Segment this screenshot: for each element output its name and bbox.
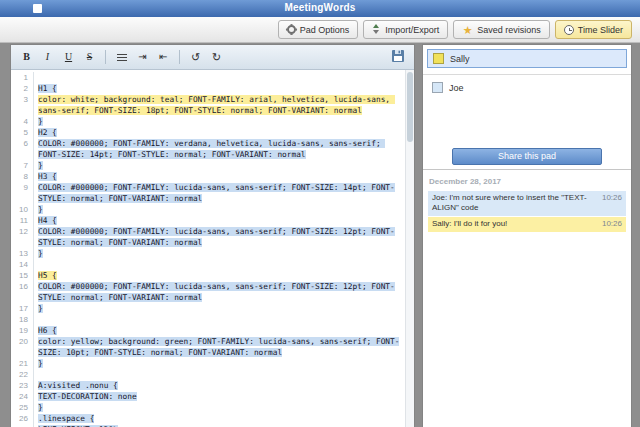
editor-line[interactable]: 12COLOR: #000000; FONT-FAMILY: lucida-sa… <box>11 226 414 248</box>
line-text: } <box>34 116 414 127</box>
user-name: Sally <box>450 54 470 64</box>
strikethrough-button[interactable]: S <box>80 48 99 66</box>
bullet-list-icon <box>117 54 127 61</box>
editor-line[interactable]: 21} <box>11 358 414 369</box>
line-text: } <box>34 358 414 369</box>
line-text: } <box>34 248 414 259</box>
editor-line[interactable]: 13} <box>11 248 414 259</box>
authored-text: } <box>38 205 43 214</box>
editor-line[interactable]: 24TEXT-DECORATION: none <box>11 391 414 402</box>
menu-button-time-slider[interactable]: Time Slider <box>555 20 632 39</box>
editor-line[interactable]: 7} <box>11 160 414 171</box>
chat-timestamp: 10:26 <box>602 219 622 229</box>
underline-button[interactable]: U <box>59 48 78 66</box>
editor-line[interactable]: 5H2 { <box>11 127 414 138</box>
editor-line[interactable]: 20color: yellow; background: green; FONT… <box>11 336 414 358</box>
line-number: 4 <box>11 116 34 127</box>
editor-line[interactable]: 26.linespace { <box>11 413 414 424</box>
bold-button[interactable]: B <box>17 48 36 66</box>
editor-line[interactable]: 1 <box>11 72 414 83</box>
line-number: 22 <box>11 369 34 380</box>
editor-body[interactable]: 12H1 {3color: white; background: teal; F… <box>11 70 414 427</box>
line-text: TEXT-DECORATION: none <box>34 391 414 402</box>
line-text: COLOR: #000000; FONT-FAMILY: lucida-sans… <box>34 226 414 248</box>
toolbar-separator <box>179 50 180 64</box>
line-number: 1 <box>11 72 34 83</box>
chat-text: Sally: I'll do it for you! <box>432 219 507 228</box>
line-text <box>34 314 414 325</box>
editor-line[interactable]: 16COLOR: #000000; FONT-FAMILY: lucida-sa… <box>11 281 414 303</box>
strikethrough-icon: S <box>87 52 93 62</box>
line-number: 11 <box>11 215 34 226</box>
share-pad-button[interactable]: Share this pad <box>452 148 602 165</box>
line-number: 18 <box>11 314 34 325</box>
share-row: Share this pad <box>423 141 631 169</box>
line-number: 24 <box>11 391 34 402</box>
undo-button[interactable]: ↺ <box>186 48 205 66</box>
editor-line[interactable]: 23A:visited .nonu { <box>11 380 414 391</box>
authored-text: } <box>38 161 43 170</box>
line-number: 2 <box>11 83 34 94</box>
authored-text: color: white; background: teal; FONT-FAM… <box>38 95 395 115</box>
authored-text: } <box>38 304 43 313</box>
editor-scrollbar[interactable] <box>405 70 414 427</box>
line-number: 8 <box>11 171 34 182</box>
line-number: 9 <box>11 182 34 204</box>
editor-line[interactable]: 9COLOR: #000000; FONT-FAMILY: lucida-san… <box>11 182 414 204</box>
authored-text: H2 { <box>38 128 57 137</box>
line-text: COLOR: #000000; FONT-FAMILY: verdana, he… <box>34 138 414 160</box>
line-number: 10 <box>11 204 34 215</box>
editor-scrollbar-thumb[interactable] <box>407 72 413 142</box>
line-number: 20 <box>11 336 34 358</box>
outdent-icon: ⇤ <box>159 52 167 62</box>
editor-line[interactable]: 11H4 { <box>11 215 414 226</box>
line-number: 16 <box>11 281 34 303</box>
bullet-list-button[interactable] <box>112 48 131 66</box>
menu-button-saved-revisions[interactable]: ★Saved revisions <box>453 20 550 39</box>
user-color-swatch[interactable] <box>433 53 444 64</box>
line-text <box>34 369 414 380</box>
title-bar: MeetingWords <box>0 0 640 17</box>
line-text: COLOR: #000000; FONT-FAMILY: lucida-sans… <box>34 281 414 303</box>
user-row-joe[interactable]: Joe <box>427 79 627 96</box>
authored-text: H1 { <box>38 84 57 93</box>
editor-line[interactable]: 10} <box>11 204 414 215</box>
outdent-button[interactable]: ⇤ <box>154 48 173 66</box>
editor-line[interactable]: 2H1 { <box>11 83 414 94</box>
line-number: 15 <box>11 270 34 281</box>
save-revision-button[interactable] <box>388 47 408 67</box>
line-text <box>34 259 414 270</box>
editor-line[interactable]: 14 <box>11 259 414 270</box>
editor-line[interactable]: 19H6 { <box>11 325 414 336</box>
italic-button[interactable]: I <box>38 48 57 66</box>
editor-line[interactable]: 25} <box>11 402 414 413</box>
menu-button-import-export[interactable]: Import/Export <box>363 20 448 39</box>
indent-button[interactable]: ⇥ <box>133 48 152 66</box>
editor-line[interactable]: 4} <box>11 116 414 127</box>
editor-line[interactable]: 8H3 { <box>11 171 414 182</box>
user-list: SallyJoe <box>423 45 631 141</box>
line-number: 13 <box>11 248 34 259</box>
editor-lines: 12H1 {3color: white; background: teal; F… <box>11 72 414 427</box>
authored-text: H4 { <box>38 216 57 225</box>
redo-icon: ↻ <box>212 52 221 63</box>
line-number: 5 <box>11 127 34 138</box>
menu-button-label: Time Slider <box>578 25 623 35</box>
editor-line[interactable]: 22 <box>11 369 414 380</box>
editor-line[interactable]: 15H5 { <box>11 270 414 281</box>
editor-line[interactable]: 17} <box>11 303 414 314</box>
editor-line[interactable]: 6COLOR: #000000; FONT-FAMILY: verdana, h… <box>11 138 414 160</box>
authored-text: COLOR: #000000; FONT-FAMILY: lucida-sans… <box>38 227 395 247</box>
user-row-sally[interactable]: Sally <box>427 49 627 68</box>
menu-button-pad-options[interactable]: Pad Options <box>278 20 359 39</box>
line-text: .linespace { <box>34 413 414 424</box>
editor-line[interactable]: 3color: white; background: teal; FONT-FA… <box>11 94 414 116</box>
user-color-swatch[interactable] <box>432 82 443 93</box>
authored-text: TEXT-DECORATION: none <box>38 392 137 401</box>
chat-panel: December 28, 2017 10:26Joe: I'm not sure… <box>423 169 631 427</box>
redo-button[interactable]: ↻ <box>207 48 226 66</box>
editor-line[interactable]: 18 <box>11 314 414 325</box>
chat-messages: 10:26Joe: I'm not sure where to insert t… <box>428 191 626 232</box>
menu-button-label: Pad Options <box>300 25 350 35</box>
line-text: A:visited .nonu { <box>34 380 414 391</box>
